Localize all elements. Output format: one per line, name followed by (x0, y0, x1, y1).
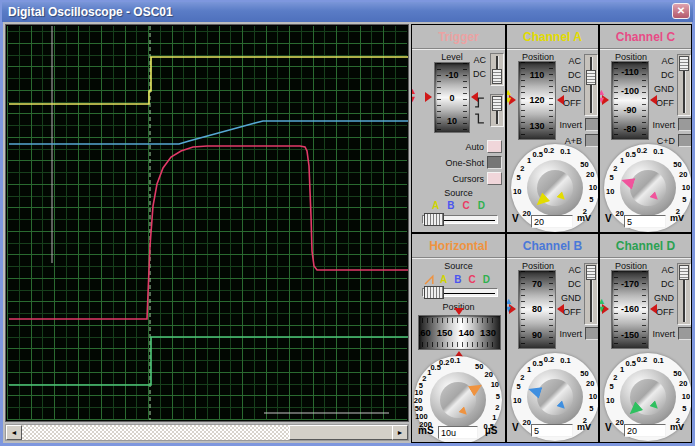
toggle-thumb[interactable] (586, 70, 596, 85)
channel-a-scale-input[interactable] (531, 215, 573, 228)
window-titlebar[interactable]: Digital Oscilloscope - OSC01 (2, 2, 693, 22)
source-channel-c: C (468, 274, 475, 285)
dial-scale-label: 50 (673, 160, 681, 169)
scrollbar-thumb[interactable] (289, 425, 393, 440)
horizontal-source-letters: ABCD (440, 274, 490, 285)
dial-scale-label: 10 (513, 396, 521, 405)
panel-separator (507, 48, 598, 50)
rising-edge-icon (474, 97, 485, 108)
trigger-oneshot-button[interactable] (487, 156, 502, 169)
channel-b-scale-knob[interactable] (527, 369, 583, 425)
channel-a-panel: Channel A Position 110120130 ▲▼ AC DC GN… (506, 24, 599, 233)
display-scrollbar[interactable]: ◄ ► (5, 424, 409, 441)
trigger-updown-icon[interactable]: ▲▼ (411, 87, 417, 103)
channel-b-updown-icon[interactable]: ▲▼ (506, 297, 513, 313)
tick-label: 160 (419, 327, 431, 338)
dial-scale-label: 10 (513, 187, 521, 196)
channel-d-invert-button[interactable] (678, 327, 692, 340)
channel-b-scale-input[interactable] (531, 424, 573, 437)
channel-a-coupling-toggle[interactable] (584, 54, 598, 116)
dial-scale-label: 50 (673, 369, 681, 378)
channel-c-coupling-off: OFF (640, 98, 674, 108)
trigger-source-slider[interactable] (422, 215, 498, 224)
scrollbar-right-arrow-icon[interactable]: ► (392, 425, 408, 440)
channel-d-coupling-off: OFF (640, 307, 674, 317)
dial-scale-label: 10 (682, 391, 690, 400)
toggle-thumb[interactable] (586, 265, 596, 280)
channel-a-sum-button[interactable] (585, 134, 599, 147)
channel-a-unit-v: V (512, 213, 519, 224)
trigger-auto-button[interactable] (487, 140, 502, 153)
dial-scale-label: 0.5 (533, 359, 543, 368)
trigger-edge-toggle[interactable] (490, 94, 504, 127)
dial-scale-label: 1 (527, 365, 531, 374)
panel-separator (412, 257, 505, 259)
channel-c-updown-icon[interactable]: ▲▼ (599, 88, 606, 104)
horizontal-unit-ms: mS (418, 425, 434, 436)
toggle-thumb[interactable] (679, 56, 689, 71)
channel-a-invert-button[interactable] (585, 118, 599, 131)
channel-a-scale-knob[interactable] (527, 160, 583, 216)
channel-c-scale-input[interactable] (624, 215, 666, 228)
toggle-thumb[interactable] (492, 96, 502, 111)
waveform-display (5, 24, 409, 422)
horizontal-position-arrow-top[interactable] (454, 308, 464, 315)
tick-label: 130 (480, 327, 496, 338)
dial-scale-label: 0.5 (626, 359, 636, 368)
dial-scale-label: 50 (475, 362, 483, 371)
channel-c-scale-knob[interactable] (620, 160, 676, 216)
channel-c-coupling-ac: AC (640, 56, 674, 66)
dial-scale-label: 5 (610, 172, 614, 181)
slider-thumb[interactable] (424, 213, 444, 226)
channel-b-invert-button[interactable] (585, 327, 599, 340)
dial-scale-label: 2 (422, 374, 426, 383)
toggle-thumb[interactable] (679, 265, 689, 280)
channel-d-scale-knob[interactable] (620, 369, 676, 425)
channel-c-invert-button[interactable] (678, 118, 692, 131)
dial-scale-label: 5 (589, 195, 593, 204)
tick-label: 140 (458, 327, 474, 338)
trigger-oneshot-label: One-Shot (430, 158, 484, 168)
trigger-cursors-button[interactable] (487, 172, 502, 185)
dial-scale-label: 0.1 (450, 356, 460, 365)
channel-a-updown-icon[interactable]: ▲▼ (506, 88, 513, 104)
channel-c-unit-v: V (605, 213, 612, 224)
channel-c-coupling-toggle[interactable] (677, 54, 691, 116)
tick-label: -110 (621, 67, 639, 77)
horizontal-timebase-input[interactable] (438, 426, 478, 439)
toggle-thumb[interactable] (492, 69, 502, 84)
dial-scale-label: 0.1 (653, 356, 663, 365)
tick-label: -160 (621, 304, 639, 314)
scrollbar-left-arrow-icon[interactable]: ◄ (6, 425, 22, 440)
tick-label: -90 (623, 105, 636, 115)
close-icon[interactable]: ✕ (672, 3, 690, 19)
horizontal-source-slider[interactable] (422, 288, 498, 297)
dial-scale-label: 1 (527, 156, 531, 165)
channel-b-coupling-toggle[interactable] (584, 263, 598, 325)
horizontal-timebase-knob[interactable] (430, 372, 486, 428)
horizontal-position-slider[interactable]: 160150140130 (418, 315, 501, 350)
channel-d-unit-v: V (605, 422, 612, 433)
trigger-cursors-label: Cursors (430, 174, 484, 184)
channel-d-scale-input[interactable] (624, 424, 666, 437)
trigger-coupling-toggle[interactable] (490, 53, 504, 86)
channel-c-sum-button[interactable] (678, 134, 692, 147)
dial-scale-label: 10 (589, 182, 597, 191)
dial-scale-label: 50 (580, 369, 588, 378)
tick-label: 110 (530, 70, 545, 80)
channel-a-coupling-dc: DC (547, 70, 581, 80)
trigger-coupling-dc-label: DC (454, 69, 486, 79)
channel-d-updown-icon[interactable]: ▲▼ (599, 297, 606, 313)
toggle-slot (590, 57, 592, 113)
horizontal-panel-title: Horizontal (412, 239, 505, 253)
channel-c-panel: Channel C Position -110-100-90-80 ▲▼ AC … (599, 24, 692, 233)
dial-scale-label: 0.5 (533, 150, 543, 159)
trigger-auto-label: Auto (430, 142, 484, 152)
tick-label: 150 (437, 327, 453, 338)
slider-thumb[interactable] (424, 286, 444, 299)
trigger-panel: Trigger Level -10010 ▲▼ AC DC Auto One-S… (411, 24, 506, 233)
dial-scale-label: 20 (679, 378, 687, 387)
channel-d-coupling-toggle[interactable] (677, 263, 691, 325)
trigger-level-arrow-left[interactable] (425, 92, 432, 102)
horizontal-source-label: Source (412, 261, 505, 271)
